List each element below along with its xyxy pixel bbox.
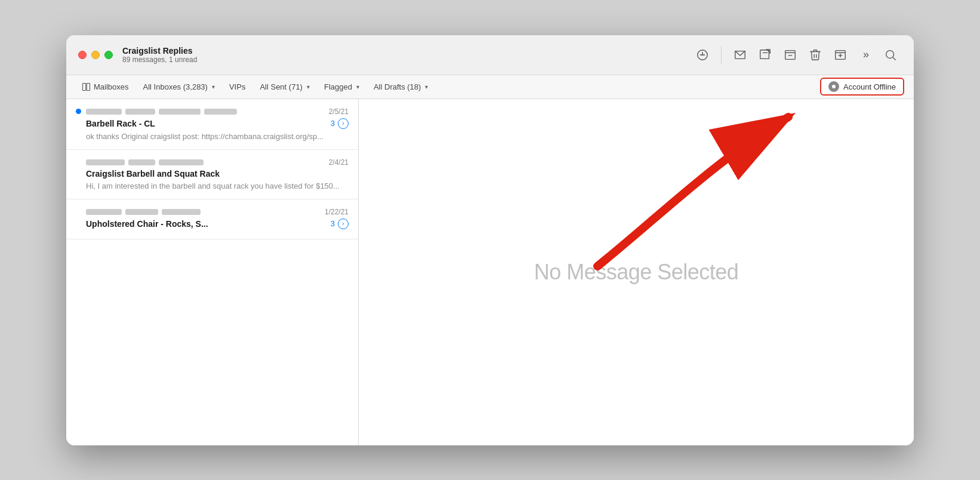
search-button[interactable] <box>879 44 902 66</box>
sender-name-2 <box>128 159 155 165</box>
all-inboxes-chevron-icon: ▾ <box>212 84 215 90</box>
all-drafts-chevron-icon: ▾ <box>425 84 428 90</box>
sender-name-3 <box>159 159 204 165</box>
vips-label: VIPs <box>229 82 245 91</box>
no-message-label: No Message Selected <box>534 260 739 285</box>
subject-row: Upholstered Chair - Rocks, S... 3 › <box>76 219 349 229</box>
no-dot-spacer <box>76 159 81 165</box>
message-subject: Upholstered Chair - Rocks, S... <box>86 219 208 229</box>
sender-area <box>86 209 325 215</box>
vips-button[interactable]: VIPs <box>223 80 251 94</box>
badge-count: 3 <box>331 219 335 228</box>
all-drafts-button[interactable]: All Drafts (18) ▾ <box>368 80 434 94</box>
message-subject: Craigslist Barbell and Squat Rack <box>86 169 220 179</box>
sender-area <box>86 159 329 165</box>
flagged-button[interactable]: Flagged ▾ <box>318 80 365 94</box>
flagged-label: Flagged <box>324 82 352 91</box>
list-item[interactable]: 2/4/21 Craigslist Barbell and Squat Rack… <box>66 150 358 199</box>
all-drafts-label: All Drafts (18) <box>374 82 421 91</box>
no-dot-spacer <box>76 209 81 214</box>
window-title: Craigslist Replies <box>122 46 197 56</box>
message-preview: Hi, I am interested in the barbell and s… <box>76 181 349 192</box>
message-badge: 3 › <box>331 219 349 229</box>
title-area: Craigslist Replies 89 messages, 1 unread <box>122 46 197 64</box>
toolbar: » <box>691 44 902 66</box>
flagged-chevron-icon: ▾ <box>356 84 359 90</box>
svg-rect-9 <box>785 53 796 59</box>
list-item[interactable]: 2/5/21 Barbell Rack - CL 3 › ok thanks O… <box>66 99 358 150</box>
maximize-button[interactable] <box>104 51 113 59</box>
window-subtitle: 89 messages, 1 unread <box>122 56 197 64</box>
message-date: 2/4/21 <box>329 158 349 167</box>
message-header: 1/22/21 <box>76 208 349 216</box>
badge-circle-icon: › <box>338 219 349 229</box>
svg-point-17 <box>886 50 894 58</box>
mailbox-bar: Mailboxes All Inboxes (3,283) ▾ VIPs All… <box>66 75 914 99</box>
detail-pane: No Message Selected <box>359 99 914 445</box>
sender-area <box>86 109 329 115</box>
list-item[interactable]: 1/22/21 Upholstered Chair - Rocks, S... … <box>66 199 358 239</box>
titlebar: Craigslist Replies 89 messages, 1 unread <box>66 35 914 75</box>
all-sent-chevron-icon: ▾ <box>307 84 310 90</box>
archive-button[interactable] <box>779 44 802 66</box>
message-badge: 3 › <box>331 118 349 129</box>
compose-button[interactable] <box>754 44 776 66</box>
close-button[interactable] <box>78 51 87 59</box>
svg-rect-19 <box>83 83 86 90</box>
message-header: 2/5/21 <box>76 107 349 116</box>
sender-name <box>86 109 122 115</box>
badge-circle-icon: › <box>338 118 349 129</box>
all-inboxes-label: All Inboxes (3,283) <box>143 82 208 91</box>
all-sent-button[interactable]: All Sent (71) ▾ <box>254 80 316 94</box>
sender-name-2 <box>125 209 158 215</box>
mailboxes-label: Mailboxes <box>94 82 129 91</box>
account-offline-button[interactable]: Account Offline <box>820 78 904 96</box>
note-button[interactable] <box>691 44 714 66</box>
junk-button[interactable] <box>829 44 852 66</box>
svg-point-4 <box>702 54 703 56</box>
offline-status-icon <box>828 81 839 92</box>
unread-dot <box>76 109 81 114</box>
more-button[interactable]: » <box>854 44 877 66</box>
sender-name <box>86 159 125 165</box>
message-list: 2/5/21 Barbell Rack - CL 3 › ok thanks O… <box>66 99 359 445</box>
mail-window: Craigslist Replies 89 messages, 1 unread <box>66 35 914 445</box>
subject-row: Barbell Rack - CL 3 › <box>76 118 349 129</box>
sender-name-3 <box>162 209 201 215</box>
trash-button[interactable] <box>804 44 827 66</box>
badge-count: 3 <box>331 119 335 128</box>
traffic-lights <box>78 51 113 59</box>
svg-line-18 <box>893 57 895 60</box>
sender-name <box>86 209 122 215</box>
all-inboxes-button[interactable]: All Inboxes (3,283) ▾ <box>137 80 221 94</box>
all-sent-label: All Sent (71) <box>260 82 303 91</box>
message-subject: Barbell Rack - CL <box>86 119 155 128</box>
subject-row: Craigslist Barbell and Squat Rack <box>76 169 349 179</box>
mailboxes-button[interactable]: Mailboxes <box>76 80 135 94</box>
message-date: 1/22/21 <box>325 208 349 216</box>
sidebar-icon <box>82 82 91 91</box>
sender-name-4 <box>204 109 237 115</box>
svg-rect-6 <box>760 50 769 59</box>
account-offline-label: Account Offline <box>843 82 896 91</box>
toolbar-divider <box>721 46 722 64</box>
message-date: 2/5/21 <box>329 107 349 116</box>
main-content: 2/5/21 Barbell Rack - CL 3 › ok thanks O… <box>66 99 914 445</box>
message-header: 2/4/21 <box>76 158 349 167</box>
chevrons-icon: » <box>863 48 868 61</box>
get-mail-button[interactable] <box>729 44 751 66</box>
svg-rect-20 <box>87 83 90 90</box>
message-preview: ok thanks Original craigslist post: http… <box>76 131 349 142</box>
sender-name-3 <box>159 109 201 115</box>
sender-name-2 <box>125 109 155 115</box>
minimize-button[interactable] <box>91 51 100 59</box>
